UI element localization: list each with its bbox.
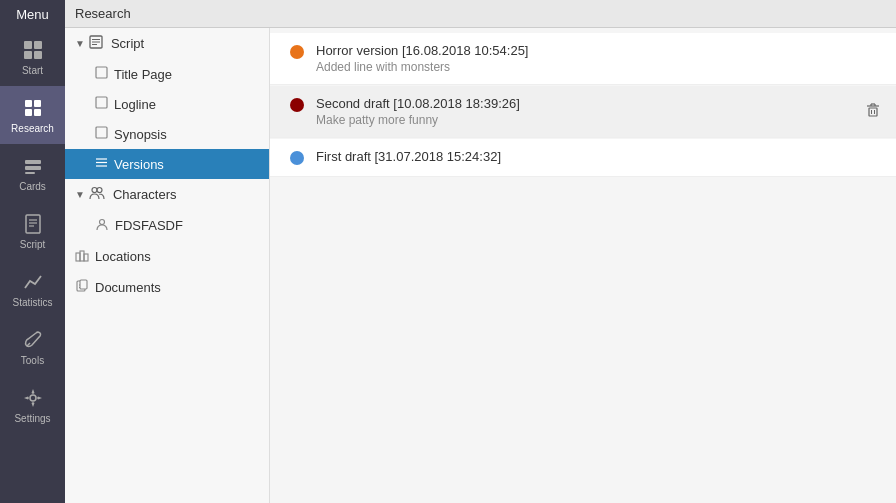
documents-icon [75, 279, 89, 296]
characters-section-label: Characters [113, 187, 177, 202]
svg-point-16 [30, 395, 36, 401]
svg-point-27 [92, 188, 97, 193]
sidebar-item-start[interactable]: Start [0, 28, 65, 86]
characters-section-header[interactable]: ▼ Characters [65, 179, 269, 210]
svg-line-15 [27, 343, 30, 346]
fdsfasdf-icon [95, 217, 109, 234]
menu-button[interactable]: Menu [0, 0, 65, 28]
tree-panel-header: Research [65, 0, 270, 28]
locations-label: Locations [95, 249, 151, 264]
statistics-icon [21, 270, 45, 294]
sidebar-item-cards[interactable]: Cards [0, 144, 65, 202]
tree-locations[interactable]: Locations [65, 241, 269, 272]
version-info-3: First draft [31.07.2018 15:24:32] [316, 149, 876, 166]
version-item-1[interactable]: Horror version [16.08.2018 10:54:25] Add… [270, 33, 896, 85]
tree-panel: ▼ Script Title Page Logline Synopsis [65, 28, 270, 503]
fdsfasdf-label: FDSFASDF [115, 218, 183, 233]
svg-rect-2 [24, 51, 32, 59]
svg-point-29 [100, 220, 105, 225]
version-dot-3 [290, 151, 304, 165]
sidebar-item-settings[interactable]: Settings [0, 376, 65, 434]
menu-label: Menu [16, 7, 49, 22]
svg-rect-9 [25, 166, 41, 170]
svg-rect-30 [76, 253, 80, 261]
sidebar-item-statistics[interactable]: Statistics [0, 260, 65, 318]
versions-list: Horror version [16.08.2018 10:54:25] Add… [270, 28, 896, 503]
characters-section-icon [89, 186, 105, 203]
svg-rect-22 [96, 97, 107, 108]
svg-rect-7 [34, 109, 41, 116]
version-title-2: Second draft [10.08.2018 18:39:26] [316, 96, 876, 111]
tools-icon [21, 328, 45, 352]
settings-label: Settings [14, 413, 50, 424]
versions-icon [95, 156, 108, 172]
sidebar: Start Research Cards [0, 28, 65, 503]
tree-versions[interactable]: Versions [65, 149, 269, 179]
svg-rect-21 [96, 67, 107, 78]
research-icon [21, 96, 45, 120]
tree-documents[interactable]: Documents [65, 272, 269, 303]
script-section-header[interactable]: ▼ Script [65, 28, 269, 59]
script-arrow: ▼ [75, 38, 85, 49]
svg-rect-23 [96, 127, 107, 138]
tree-synopsis[interactable]: Synopsis [65, 119, 269, 149]
version-info-2: Second draft [10.08.2018 18:39:26] Make … [316, 96, 876, 127]
research-label: Research [11, 123, 54, 134]
versions-label: Versions [114, 157, 164, 172]
synopsis-icon [95, 126, 108, 142]
locations-icon [75, 248, 89, 265]
settings-icon [21, 386, 45, 410]
svg-rect-31 [80, 251, 84, 261]
synopsis-label: Synopsis [114, 127, 167, 142]
statistics-label: Statistics [12, 297, 52, 308]
version-title-1: Horror version [16.08.2018 10:54:25] [316, 43, 876, 58]
svg-rect-32 [84, 254, 88, 261]
script-icon [21, 212, 45, 236]
main-content: Horror version [16.08.2018 10:54:25] Add… [270, 28, 896, 503]
sidebar-item-script[interactable]: Script [0, 202, 65, 260]
logline-icon [95, 96, 108, 112]
version-info-1: Horror version [16.08.2018 10:54:25] Add… [316, 43, 876, 74]
svg-rect-10 [25, 172, 35, 174]
version-dot-2 [290, 98, 304, 112]
version-subtitle-2: Make patty more funny [316, 113, 876, 127]
tools-label: Tools [21, 355, 44, 366]
start-label: Start [22, 65, 43, 76]
script-label: Script [20, 239, 46, 250]
version-item-3[interactable]: First draft [31.07.2018 15:24:32] [270, 139, 896, 177]
svg-rect-37 [869, 108, 877, 116]
svg-rect-4 [25, 100, 32, 107]
version-title-3: First draft [31.07.2018 15:24:32] [316, 149, 876, 164]
characters-arrow: ▼ [75, 189, 85, 200]
svg-rect-3 [34, 51, 42, 59]
cards-icon [21, 154, 45, 178]
svg-rect-0 [24, 41, 32, 49]
main-topbar [270, 0, 896, 28]
svg-rect-11 [26, 215, 40, 233]
logline-label: Logline [114, 97, 156, 112]
start-icon [21, 38, 45, 62]
version-subtitle-1: Added line with monsters [316, 60, 876, 74]
script-section-icon [89, 35, 103, 52]
title-page-label: Title Page [114, 67, 172, 82]
version-dot-1 [290, 45, 304, 59]
svg-rect-1 [34, 41, 42, 49]
svg-point-28 [97, 188, 102, 193]
research-section-label: Research [75, 6, 131, 21]
svg-rect-5 [34, 100, 41, 107]
tree-title-page[interactable]: Title Page [65, 59, 269, 89]
script-section-label: Script [111, 36, 144, 51]
cards-label: Cards [19, 181, 46, 192]
version-item-2[interactable]: Second draft [10.08.2018 18:39:26] Make … [270, 86, 896, 138]
title-page-icon [95, 66, 108, 82]
svg-rect-8 [25, 160, 41, 164]
svg-rect-36 [80, 280, 87, 289]
sidebar-item-tools[interactable]: Tools [0, 318, 65, 376]
version-delete-button-2[interactable] [865, 102, 881, 122]
sidebar-item-research[interactable]: Research [0, 86, 65, 144]
tree-logline[interactable]: Logline [65, 89, 269, 119]
svg-rect-6 [25, 109, 32, 116]
tree-fdsfasdf[interactable]: FDSFASDF [65, 210, 269, 241]
documents-label: Documents [95, 280, 161, 295]
